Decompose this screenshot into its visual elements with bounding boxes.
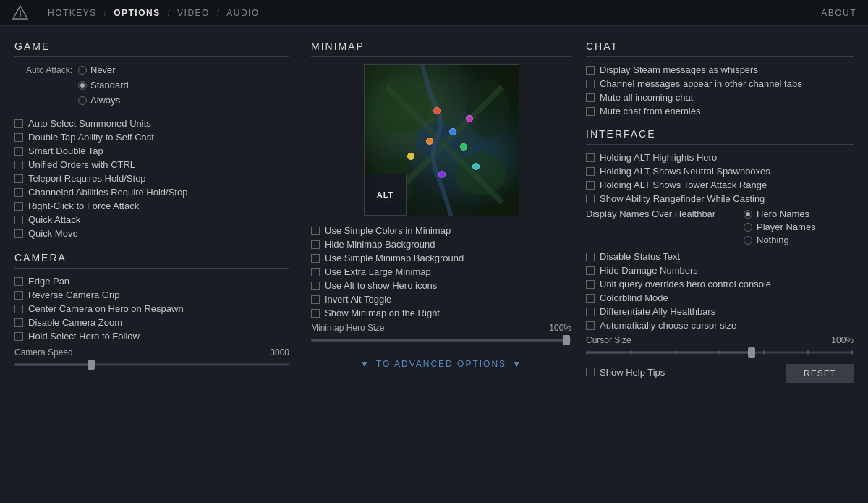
cursor-size-thumb[interactable] — [748, 347, 755, 358]
steam-whispers-cb[interactable] — [586, 66, 595, 75]
reverse-camera-row[interactable]: Reverse Camera Grip — [14, 289, 289, 300]
channel-tabs-row[interactable]: Channel messages appear in other channel… — [586, 78, 854, 89]
mute-enemies-row[interactable]: Mute chat from enemies — [586, 106, 854, 117]
dn-nothing-radio[interactable] — [744, 236, 752, 245]
hold-select-follow-row[interactable]: Hold Select Hero to Follow — [14, 331, 289, 342]
auto-cursor-row[interactable]: Automatically choose cursor size — [586, 320, 854, 331]
display-names-nothing-option[interactable]: Nothing — [586, 234, 854, 245]
simple-bg-label: Use Simple Minimap Background — [325, 253, 464, 263]
auto-select-summoned-row[interactable]: Auto Select Summoned Units — [14, 118, 289, 129]
alt-highlights-cb[interactable] — [586, 153, 595, 162]
quick-move-cb[interactable] — [14, 229, 23, 238]
dn-player-radio[interactable] — [744, 223, 752, 232]
unified-orders-row[interactable]: Unified Orders with CTRL — [14, 159, 289, 170]
extra-large-cb[interactable] — [311, 268, 320, 276]
simple-bg-cb[interactable] — [311, 254, 320, 263]
reset-button[interactable]: RESET — [786, 364, 854, 383]
auto-attack-always-radio[interactable] — [78, 96, 87, 105]
steam-whispers-row[interactable]: Display Steam messages as whispers — [586, 64, 854, 75]
minimap-right-row[interactable]: Show Minimap on the Right — [311, 308, 571, 318]
edge-pan-row[interactable]: Edge Pan — [14, 276, 289, 287]
quick-attack-row[interactable]: Quick Attack — [14, 214, 289, 225]
quick-attack-cb[interactable] — [14, 216, 23, 224]
right-click-force-row[interactable]: Right-Click to Force Attack — [14, 200, 289, 211]
simple-bg-row[interactable]: Use Simple Minimap Background — [311, 253, 571, 263]
simple-colors-cb[interactable] — [311, 227, 320, 235]
disable-zoom-row[interactable]: Disable Camera Zoom — [14, 317, 289, 328]
minimap-right-cb[interactable] — [311, 309, 320, 318]
nav-audio[interactable]: AUDIO — [219, 0, 267, 26]
unified-orders-label: Unified Orders with CTRL — [28, 159, 135, 170]
colorblind-cb[interactable] — [586, 294, 595, 303]
double-tap-cb[interactable] — [14, 133, 23, 142]
alt-highlights-row[interactable]: Holding ALT Highlights Hero — [586, 152, 854, 163]
auto-attack-always[interactable]: Always — [78, 95, 129, 106]
invert-alt-row[interactable]: Invert Alt Toggle — [311, 294, 571, 305]
channel-tabs-cb[interactable] — [586, 80, 595, 88]
ability-range-cb[interactable] — [586, 195, 595, 203]
alt-hero-icons-row[interactable]: Use Alt to show Hero icons — [311, 280, 571, 291]
simple-colors-row[interactable]: Use Simple Colors in Minimap — [311, 225, 571, 236]
disable-status-cb[interactable] — [586, 253, 595, 261]
mute-all-label: Mute all incoming chat — [600, 92, 693, 103]
auto-attack-never-radio[interactable] — [78, 66, 87, 75]
cursor-size-slider[interactable] — [586, 348, 854, 357]
show-help-row[interactable]: Show Help Tips — [586, 367, 665, 378]
nav-hotkeys[interactable]: HOTKEYS — [41, 0, 104, 26]
edge-pan-cb[interactable] — [14, 277, 23, 286]
alt-neutral-cb[interactable] — [586, 167, 595, 176]
diff-ally-cb[interactable] — [586, 308, 595, 316]
hide-bg-cb[interactable] — [311, 240, 320, 249]
display-names-hero-option[interactable]: Hero Names — [744, 208, 809, 219]
show-help-cb[interactable] — [586, 368, 595, 376]
hide-bg-row[interactable]: Hide Minimap Background — [311, 239, 571, 250]
channeled-hold-row[interactable]: Channeled Abilities Require Hold/Stop — [14, 187, 289, 198]
camera-speed-slider[interactable] — [14, 360, 289, 369]
alt-tower-cb[interactable] — [586, 181, 595, 190]
mute-all-cb[interactable] — [586, 93, 595, 102]
smart-double-tap-cb[interactable] — [14, 147, 23, 156]
double-tap-row[interactable]: Double Tap Ability to Self Cast — [14, 132, 289, 143]
auto-select-summoned-cb[interactable] — [14, 119, 23, 128]
auto-attack-standard-radio[interactable] — [78, 81, 87, 90]
mute-enemies-cb[interactable] — [586, 107, 595, 116]
nav-options[interactable]: OPTIONS — [106, 0, 168, 26]
mute-all-row[interactable]: Mute all incoming chat — [586, 92, 854, 103]
camera-speed-thumb[interactable] — [88, 360, 95, 370]
center-camera-row[interactable]: Center Camera on Hero on Respawn — [14, 303, 289, 314]
unit-query-row[interactable]: Unit query overrides hero control consol… — [586, 279, 854, 289]
channeled-hold-cb[interactable] — [14, 188, 23, 197]
reverse-camera-cb[interactable] — [14, 291, 23, 300]
disable-status-row[interactable]: Disable Status Text — [586, 251, 854, 262]
quick-move-row[interactable]: Quick Move — [14, 228, 289, 239]
center-camera-cb[interactable] — [14, 305, 23, 313]
hero-size-slider[interactable] — [311, 336, 571, 345]
extra-large-row[interactable]: Use Extra Large Minimap — [311, 266, 571, 277]
teleport-hold-row[interactable]: Teleport Requires Hold/Stop — [14, 173, 289, 184]
hide-damage-row[interactable]: Hide Damage Numbers — [586, 265, 854, 276]
advanced-options-bar[interactable]: ▼ TO ADVANCED OPTIONS ▼ — [311, 353, 571, 369]
alt-hero-icons-cb[interactable] — [311, 282, 320, 290]
nav-about[interactable]: ABOUT — [821, 8, 856, 18]
alt-tower-row[interactable]: Holding ALT Shows Tower Attack Range — [586, 179, 854, 190]
diff-ally-row[interactable]: Differentiate Ally Healthbars — [586, 306, 854, 317]
smart-double-tap-row[interactable]: Smart Double Tap — [14, 145, 289, 156]
teleport-hold-cb[interactable] — [14, 174, 23, 183]
dn-hero-radio[interactable] — [744, 210, 752, 219]
auto-cursor-cb[interactable] — [586, 321, 595, 330]
alt-neutral-row[interactable]: Holding ALT Shows Neutral Spawnboxes — [586, 166, 854, 177]
colorblind-row[interactable]: Colorblind Mode — [586, 292, 854, 303]
hide-damage-cb[interactable] — [586, 266, 595, 275]
hero-size-thumb[interactable] — [563, 335, 570, 345]
ability-range-row[interactable]: Show Ability Rangefinder While Casting — [586, 193, 854, 204]
auto-attack-never[interactable]: Never — [78, 64, 129, 75]
nav-video[interactable]: VIDEO — [170, 0, 217, 26]
invert-alt-cb[interactable] — [311, 295, 320, 304]
auto-attack-standard[interactable]: Standard — [78, 80, 129, 90]
right-click-force-cb[interactable] — [14, 202, 23, 211]
display-names-player-option[interactable]: Player Names — [586, 221, 854, 232]
hold-select-follow-cb[interactable] — [14, 332, 23, 341]
unified-orders-cb[interactable] — [14, 161, 23, 169]
disable-zoom-cb[interactable] — [14, 318, 23, 327]
unit-query-cb[interactable] — [586, 280, 595, 289]
